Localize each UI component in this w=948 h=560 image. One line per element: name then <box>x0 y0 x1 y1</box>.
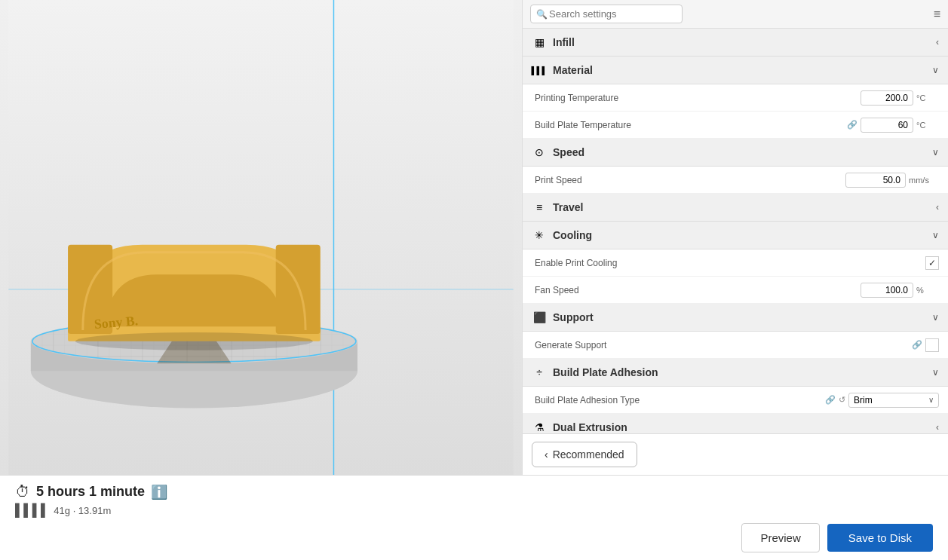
generate-support-label: Generate Support <box>535 340 912 350</box>
adhesion-type-label: Build Plate Adhesion Type <box>535 395 825 405</box>
viewport: Sony B. <box>0 0 522 475</box>
fan-speed-unit: % <box>916 286 939 295</box>
fan-speed-input[interactable] <box>861 283 913 298</box>
settings-panel: 🔍 ≡ ▦ Infill ‹ ▌▌▌ Material ∨ Printing T… <box>522 0 948 475</box>
main-area: Sony B. 🔍 ≡ ▦ Infill ‹ <box>0 0 948 475</box>
generate-support-controls: 🔗 <box>912 338 939 352</box>
cooling-chevron: ∨ <box>932 230 939 240</box>
infill-label: Infill <box>553 36 930 48</box>
adhesion-dropdown-arrow: ∨ <box>928 396 934 404</box>
printing-temperature-input[interactable] <box>861 90 913 106</box>
build-plate-temperature-label: Build Plate Temperature <box>535 120 847 130</box>
recommended-bar: ‹ Recommended <box>523 433 948 475</box>
material-chevron: ∨ <box>932 65 939 75</box>
svg-rect-11 <box>276 245 321 334</box>
adhesion-chevron: ∨ <box>932 367 939 378</box>
enable-print-cooling-row: Enable Print Cooling ✓ <box>523 249 948 277</box>
support-label: Support <box>553 311 926 323</box>
cooling-icon: ✳ <box>532 228 547 243</box>
build-plate-temperature-input[interactable] <box>861 118 913 133</box>
print-speed-unit: mm/s <box>909 176 939 185</box>
generate-support-row: Generate Support 🔗 <box>523 332 948 359</box>
support-chevron: ∨ <box>932 312 939 323</box>
enable-print-cooling-checkbox[interactable]: ✓ <box>925 256 939 270</box>
search-icon: 🔍 <box>536 9 548 20</box>
enable-print-cooling-controls: ✓ <box>925 256 939 270</box>
printing-temperature-unit: °C <box>916 93 939 103</box>
checkbox-check-icon: ✓ <box>928 258 936 268</box>
dual-extrusion-chevron: ‹ <box>936 422 939 433</box>
section-dual-extrusion[interactable]: ⚗ Dual Extrusion ‹ <box>523 414 948 433</box>
section-infill[interactable]: ▦ Infill ‹ <box>523 29 948 57</box>
fan-speed-controls: % <box>861 283 939 298</box>
generate-support-checkbox[interactable] <box>925 338 939 352</box>
printing-temperature-row: Printing Temperature °C <box>523 84 948 112</box>
section-build-plate-adhesion[interactable]: ÷ Build Plate Adhesion ∨ <box>523 359 948 387</box>
speed-icon: ⊙ <box>532 145 547 160</box>
recommended-label: Recommended <box>553 448 624 461</box>
material-info-row: ▌▌▌▌ 41g · 13.91m <box>0 503 948 520</box>
recommended-button[interactable]: ‹ Recommended <box>532 442 637 467</box>
save-button[interactable]: Save to Disk <box>827 524 933 552</box>
adhesion-link-icon[interactable]: 🔗 <box>825 395 836 405</box>
travel-chevron: ‹ <box>936 202 939 213</box>
search-bar: 🔍 ≡ <box>523 0 948 29</box>
bottom-info-row: ⏱ 5 hours 1 minute ℹ️ <box>0 476 948 503</box>
support-icon: ⬛ <box>532 310 547 325</box>
adhesion-type-controls: 🔗 ↺ Brim ∨ <box>825 393 939 408</box>
time-text: 5 hours 1 minute <box>36 484 145 500</box>
fan-speed-row: Fan Speed % <box>523 277 948 304</box>
dual-extrusion-label: Dual Extrusion <box>553 421 930 433</box>
viewport-svg: Sony B. <box>0 0 522 475</box>
infill-icon: ▦ <box>532 35 547 50</box>
build-plate-link-icon[interactable]: 🔗 <box>847 120 857 130</box>
recommended-chevron-icon: ‹ <box>545 448 548 461</box>
adhesion-type-row: Build Plate Adhesion Type 🔗 ↺ Brim ∨ <box>523 387 948 414</box>
menu-icon[interactable]: ≡ <box>934 8 940 21</box>
clock-icon: ⏱ <box>15 483 30 500</box>
search-container: 🔍 <box>530 5 929 23</box>
printing-temperature-label: Printing Temperature <box>535 93 861 103</box>
section-cooling[interactable]: ✳ Cooling ∨ <box>523 222 948 249</box>
time-info: ⏱ 5 hours 1 minute ℹ️ <box>15 483 167 500</box>
enable-print-cooling-label: Enable Print Cooling <box>535 258 925 268</box>
settings-content: ▦ Infill ‹ ▌▌▌ Material ∨ Printing Tempe… <box>523 29 948 433</box>
search-input[interactable] <box>530 5 683 23</box>
filament-icon: ▌▌▌▌ <box>15 503 49 517</box>
cooling-label: Cooling <box>553 229 926 241</box>
adhesion-reset-icon[interactable]: ↺ <box>839 395 845 405</box>
fan-speed-label: Fan Speed <box>535 285 861 295</box>
infill-chevron: ‹ <box>936 37 939 47</box>
material-icon: ▌▌▌ <box>532 63 547 78</box>
dual-extrusion-icon: ⚗ <box>532 420 547 433</box>
material-label: Material <box>553 64 926 76</box>
generate-support-link-icon[interactable]: 🔗 <box>912 340 922 350</box>
bottom-bar: ⏱ 5 hours 1 minute ℹ️ ▌▌▌▌ 41g · 13.91m … <box>0 475 948 560</box>
section-material[interactable]: ▌▌▌ Material ∨ <box>523 57 948 84</box>
print-speed-label: Print Speed <box>535 175 845 185</box>
travel-icon: ≡ <box>532 200 547 215</box>
info-icon[interactable]: ℹ️ <box>151 484 167 500</box>
preview-button[interactable]: Preview <box>741 523 819 552</box>
adhesion-type-dropdown[interactable]: Brim ∨ <box>848 393 939 408</box>
section-support[interactable]: ⬛ Support ∨ <box>523 304 948 332</box>
adhesion-label: Build Plate Adhesion <box>553 366 926 378</box>
build-plate-temperature-row: Build Plate Temperature 🔗 °C <box>523 112 948 139</box>
speed-label: Speed <box>553 146 926 158</box>
print-speed-row: Print Speed mm/s <box>523 167 948 194</box>
bottom-buttons-row: Preview Save to Disk <box>0 520 948 560</box>
speed-chevron: ∨ <box>932 147 939 158</box>
print-speed-input[interactable] <box>845 173 906 188</box>
travel-label: Travel <box>553 201 930 213</box>
material-info: ▌▌▌▌ 41g · 13.91m <box>15 503 111 517</box>
adhesion-icon: ÷ <box>532 365 547 380</box>
build-plate-temperature-controls: 🔗 °C <box>847 118 939 133</box>
material-text: 41g · 13.91m <box>54 505 111 516</box>
print-speed-controls: mm/s <box>845 173 939 188</box>
build-plate-temperature-unit: °C <box>916 121 939 130</box>
section-travel[interactable]: ≡ Travel ‹ <box>523 194 948 222</box>
printing-temperature-controls: °C <box>861 90 939 106</box>
adhesion-type-value: Brim <box>854 395 925 405</box>
section-speed[interactable]: ⊙ Speed ∨ <box>523 139 948 167</box>
